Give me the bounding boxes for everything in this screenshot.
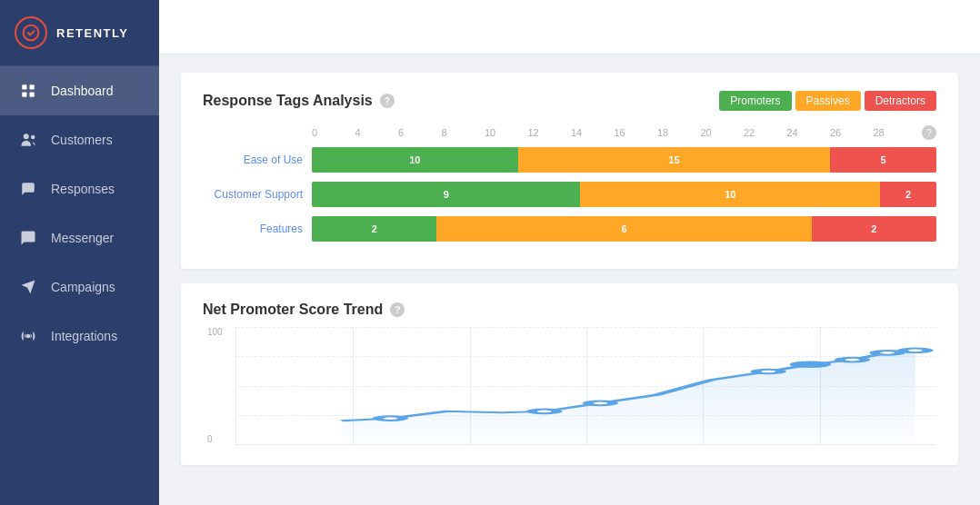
ease-of-use-label: Ease of Use xyxy=(203,153,303,166)
nps-dot-5 xyxy=(795,361,825,367)
svg-point-4 xyxy=(24,134,29,139)
legend-buttons: Promoters Passives Detractors xyxy=(719,91,936,111)
features-track: 2 6 2 xyxy=(312,216,936,242)
bar-row-ease-of-use: Ease of Use 10 15 5 xyxy=(312,147,936,173)
bar-row-customer-support: Customer Support 9 10 2 xyxy=(312,182,936,207)
topbar xyxy=(159,0,980,54)
nps-trend-card: Net Promoter Score Trend ? 100 0 xyxy=(181,283,958,465)
customers-icon xyxy=(18,130,38,150)
nps-dot-2 xyxy=(532,410,557,414)
response-tags-card: Response Tags Analysis ? Promoters Passi… xyxy=(181,73,958,269)
nps-chart-container: 100 0 xyxy=(203,327,936,445)
sidebar-label-integrations: Integrations xyxy=(51,329,117,343)
svg-rect-2 xyxy=(22,93,26,97)
x-tick-22: 22 xyxy=(744,127,787,138)
nps-dot-1 xyxy=(378,416,404,421)
passives-button[interactable]: Passives xyxy=(795,91,861,111)
x-tick-8: 8 xyxy=(442,127,485,138)
x-tick-16: 16 xyxy=(615,127,658,138)
campaigns-icon xyxy=(18,277,38,297)
customer-support-label: Customer Support xyxy=(203,188,303,201)
bar-chart-area: 0 4 6 8 10 12 14 16 18 20 22 24 26 28 xyxy=(203,125,936,242)
x-tick-26: 26 xyxy=(830,127,874,138)
sidebar-item-campaigns[interactable]: Campaigns xyxy=(0,262,159,312)
x-tick-6: 6 xyxy=(398,127,442,138)
grid-line-bottom xyxy=(236,444,936,445)
sidebar-label-dashboard: Dashboard xyxy=(51,84,114,98)
sidebar-label-messenger: Messenger xyxy=(51,231,114,245)
nps-dot-8 xyxy=(903,348,928,352)
main-content: Response Tags Analysis ? Promoters Passi… xyxy=(159,0,980,505)
nps-dot-4 xyxy=(755,370,781,374)
features-promoter: 2 xyxy=(312,216,436,242)
bar-row-features: Features 2 6 2 xyxy=(312,216,936,242)
ease-of-use-promoter: 10 xyxy=(312,147,518,173)
x-axis-labels: 0 4 6 8 10 12 14 16 18 20 22 24 26 28 xyxy=(312,127,916,138)
logo-area: RETENTLY xyxy=(0,0,159,66)
x-tick-10: 10 xyxy=(485,127,528,138)
x-tick-20: 20 xyxy=(701,127,745,138)
x-axis-help-icon[interactable]: ? xyxy=(922,125,936,140)
x-tick-18: 18 xyxy=(657,127,701,138)
sidebar-item-dashboard[interactable]: Dashboard xyxy=(0,66,159,115)
svg-rect-1 xyxy=(30,84,35,89)
svg-rect-0 xyxy=(22,84,26,89)
nps-line-chart xyxy=(236,327,936,444)
x-tick-12: 12 xyxy=(528,127,572,138)
nps-dot-3 xyxy=(588,401,614,406)
nps-dot-6 xyxy=(840,358,865,362)
dashboard-icon xyxy=(18,81,38,101)
nps-dot-7 xyxy=(875,351,900,355)
logo-text: RETENTLY xyxy=(56,26,128,40)
card-header: Response Tags Analysis ? Promoters Passi… xyxy=(203,91,936,111)
customer-support-passive: 10 xyxy=(580,182,880,207)
y-label-0: 0 xyxy=(207,434,223,444)
sidebar-item-messenger[interactable]: Messenger xyxy=(0,213,159,262)
customer-support-detractor: 2 xyxy=(880,182,936,207)
ease-of-use-detractor: 5 xyxy=(830,147,936,173)
x-tick-28: 28 xyxy=(874,127,917,138)
nps-chart-area: 100 0 xyxy=(235,327,936,445)
y-axis-labels: 100 0 xyxy=(207,327,223,444)
sidebar: RETENTLY Dashboard Customers Responses M… xyxy=(0,0,159,505)
sidebar-item-responses[interactable]: Responses xyxy=(0,164,159,213)
response-tags-info-icon[interactable]: ? xyxy=(380,94,395,108)
content-area: Response Tags Analysis ? Promoters Passi… xyxy=(159,54,980,483)
ease-of-use-track: 10 15 5 xyxy=(312,147,936,173)
x-tick-14: 14 xyxy=(571,127,615,138)
nps-trend-title: Net Promoter Score Trend ? xyxy=(203,302,936,318)
integrations-icon xyxy=(18,326,38,346)
sidebar-label-customers: Customers xyxy=(51,133,113,147)
nps-info-icon[interactable]: ? xyxy=(390,302,405,317)
svg-point-9 xyxy=(26,334,31,339)
y-label-100: 100 xyxy=(207,327,223,337)
response-tags-title: Response Tags Analysis ? xyxy=(203,93,395,109)
messenger-icon xyxy=(18,228,38,248)
ease-of-use-passive: 15 xyxy=(518,147,831,173)
features-detractor: 2 xyxy=(812,216,936,242)
customer-support-promoter: 9 xyxy=(312,182,580,207)
sidebar-label-campaigns: Campaigns xyxy=(51,280,115,294)
logo-icon xyxy=(15,16,47,49)
x-tick-4: 4 xyxy=(355,127,399,138)
responses-icon xyxy=(18,179,38,199)
x-tick-24: 24 xyxy=(787,127,831,138)
detractors-button[interactable]: Detractors xyxy=(865,91,936,111)
svg-marker-8 xyxy=(22,281,35,294)
features-passive: 6 xyxy=(436,216,811,242)
sidebar-item-integrations[interactable]: Integrations xyxy=(0,312,159,361)
x-tick-0: 0 xyxy=(312,127,355,138)
sidebar-label-responses: Responses xyxy=(51,182,115,196)
features-label: Features xyxy=(203,223,303,235)
sidebar-item-customers[interactable]: Customers xyxy=(0,115,159,164)
promoters-button[interactable]: Promoters xyxy=(719,91,791,111)
x-axis: 0 4 6 8 10 12 14 16 18 20 22 24 26 28 xyxy=(312,125,936,140)
svg-point-5 xyxy=(31,135,35,140)
svg-rect-3 xyxy=(30,93,35,97)
customer-support-track: 9 10 2 xyxy=(312,182,936,207)
